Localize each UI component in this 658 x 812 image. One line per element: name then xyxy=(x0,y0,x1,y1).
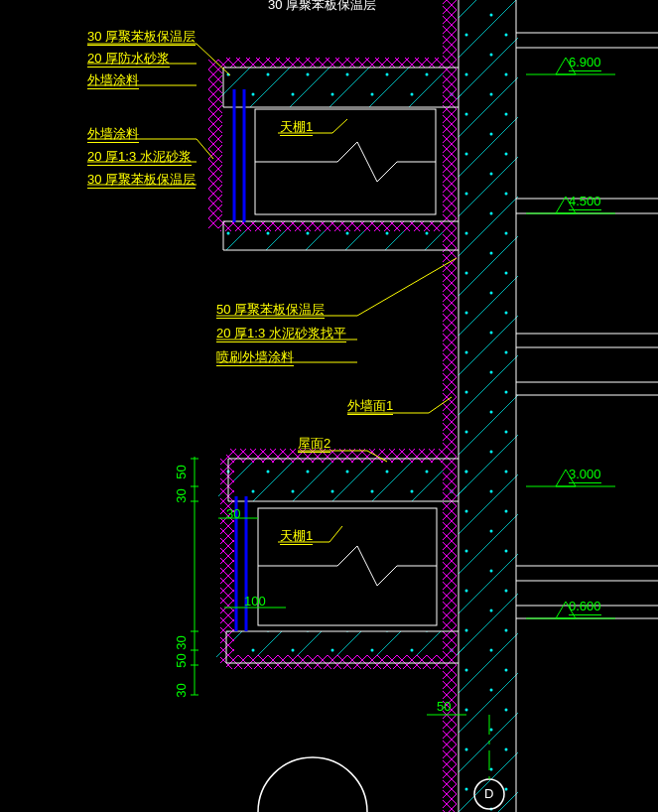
svg-rect-7 xyxy=(443,0,457,246)
dim-50b: 50 xyxy=(174,653,189,667)
svg-rect-15 xyxy=(226,655,453,669)
svg-rect-10 xyxy=(220,221,445,231)
ceiling-label-lower: 天棚1 xyxy=(280,527,313,545)
dim-50a: 50 xyxy=(174,465,189,478)
roof-label: 屋面2 xyxy=(298,435,330,453)
dim-30a: 30 xyxy=(174,488,189,502)
elev-0600: 0.600 xyxy=(569,599,601,613)
svg-rect-14 xyxy=(443,449,457,812)
dim-30b: 30 xyxy=(174,635,189,649)
dim-100: 100 xyxy=(244,594,266,609)
note-g3-l1: 50 厚聚苯板保温层 xyxy=(216,301,325,319)
dim-30c: 30 xyxy=(174,683,189,697)
note-g2-l1: 外墙涂料 xyxy=(87,125,139,143)
elev-3000: 3.000 xyxy=(569,467,601,481)
grid-bubble-d: D xyxy=(484,786,493,801)
elev-6900: 6.900 xyxy=(569,55,601,69)
svg-rect-2 xyxy=(459,0,518,812)
note-g3-l3: 喷刷外墙涂料 xyxy=(216,348,294,366)
svg-rect-9 xyxy=(220,58,445,68)
elev-4500: 4.500 xyxy=(569,194,601,208)
note-g1-l3: 外墙涂料 xyxy=(87,71,139,89)
svg-rect-8 xyxy=(208,60,222,228)
note-g2-l3: 30 厚聚苯板保温层 xyxy=(87,171,196,189)
note-g1-l1: 30 厚聚苯板保温层 xyxy=(87,28,196,46)
svg-rect-5 xyxy=(218,457,466,501)
wall-label: 外墙面1 xyxy=(347,397,393,415)
dim-50c: 50 xyxy=(437,699,451,714)
note-g1-l2: 20 厚防水砂浆 xyxy=(87,50,170,68)
dim-30h: 30 xyxy=(226,506,240,521)
top-note: 30 厚聚苯板保温层 xyxy=(268,0,376,14)
svg-rect-11 xyxy=(443,244,457,469)
svg-rect-12 xyxy=(220,457,234,663)
elevation-marks xyxy=(526,58,615,618)
note-g3-l2: 20 厚1:3 水泥砂浆找平 xyxy=(216,325,346,342)
ceiling-label-upper: 天棚1 xyxy=(280,118,313,136)
note-g2-l2: 20 厚1:3 水泥砂浆 xyxy=(87,148,192,166)
svg-rect-3 xyxy=(218,68,461,107)
cad-canvas xyxy=(0,0,658,812)
